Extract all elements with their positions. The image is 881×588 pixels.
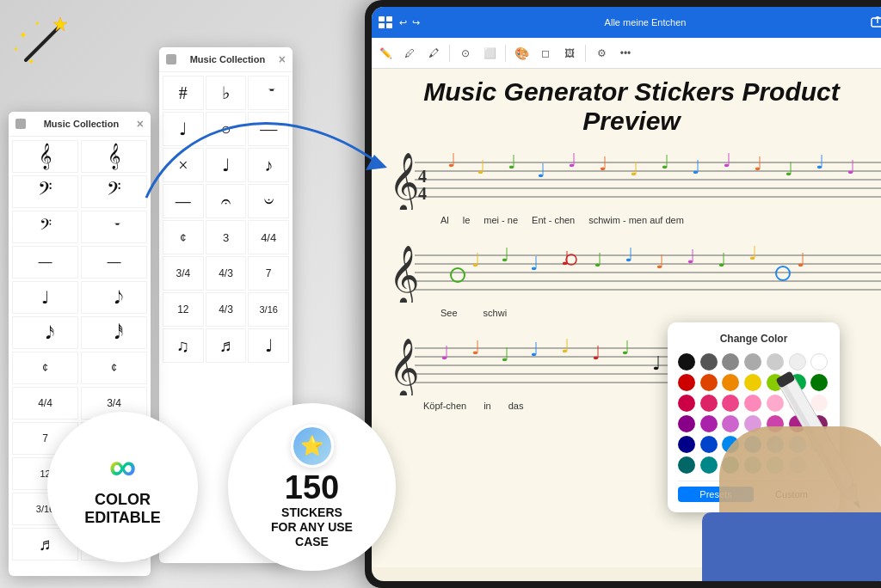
svg-point-39 <box>451 268 465 282</box>
sticker[interactable]: 4/3 <box>206 256 247 291</box>
lyric-word: das <box>508 401 524 411</box>
sticker[interactable]: 𝄻 <box>248 76 289 110</box>
svg-text:♩: ♩ <box>440 342 449 364</box>
staff-lines-2: 𝄞 ♩ ♩ ♩ ♩ ♩ ♩ ♩ ♩ ♩ ♩ ♩ <box>389 242 881 303</box>
lyric-word: le <box>463 215 471 225</box>
marker-tool[interactable]: 🖍 <box>425 45 442 62</box>
toolbar-divider-3 <box>585 45 586 62</box>
sticker[interactable]: 𝄐 <box>206 184 247 218</box>
pencil-tool[interactable]: ✏️ <box>377 45 394 62</box>
panel-back-header: Music Collection × <box>159 47 293 72</box>
lyrics-2: See schwi <box>389 308 874 318</box>
sticker[interactable]: 4/4 <box>248 220 289 254</box>
sticker[interactable]: 4/4 <box>12 387 78 420</box>
star-icon: ⭐ <box>300 435 323 457</box>
svg-text:♩: ♩ <box>723 150 731 171</box>
svg-text:♩: ♩ <box>785 158 793 180</box>
sticker[interactable]: 𝄢 <box>12 175 78 208</box>
sticker[interactable]: — <box>248 112 289 146</box>
sticker[interactable]: ♫ <box>163 328 204 363</box>
sticker[interactable]: ○ <box>206 112 247 146</box>
sticker[interactable]: 𝄞 <box>12 140 78 173</box>
panel-front-icon <box>15 119 26 129</box>
lyric-word: in <box>484 401 491 411</box>
share-icon[interactable] <box>871 16 881 28</box>
sticker[interactable]: 𝄞 <box>81 140 147 173</box>
lasso-tool[interactable]: ⊙ <box>457 45 474 62</box>
sticker[interactable]: 4/3 <box>206 292 247 327</box>
panel-back-icon <box>166 54 176 64</box>
sticker[interactable]: ♪ <box>248 148 289 182</box>
svg-text:♩: ♩ <box>530 253 539 274</box>
svg-text:✦: ✦ <box>28 57 34 66</box>
sticker[interactable]: ♭ <box>206 76 247 110</box>
lyric-word: Köpf-chen <box>423 401 466 411</box>
topbar-right <box>871 16 881 28</box>
panel-back-grid: # ♭ 𝄻 ♩ ○ — × ♩ ♪ — 𝄐 𝄑 ¢ 3 4/4 3/4 4/3 … <box>159 72 293 366</box>
ipad-toolbar: ✏️ 🖊 🖍 ⊙ ⬜ 🎨 ◻ 🖼 ⚙ ••• <box>372 38 881 69</box>
sticker[interactable]: 7 <box>248 256 289 291</box>
panel-back-close[interactable]: × <box>279 52 286 66</box>
svg-text:✦: ✦ <box>19 29 28 41</box>
svg-text:♩: ♩ <box>537 160 545 181</box>
sticker[interactable]: × <box>163 148 204 182</box>
sticker[interactable]: ♬ <box>206 328 247 363</box>
svg-text:♩: ♩ <box>594 249 602 271</box>
svg-text:♩: ♩ <box>561 248 570 269</box>
svg-text:♩: ♩ <box>471 249 480 271</box>
sticker[interactable]: 𝅘𝅥𝅮 <box>81 281 147 314</box>
color-editable-badge: ∞ COLOREDITABLE <box>47 412 198 562</box>
music-title: Music Generator Stickers Product Preview <box>389 77 874 136</box>
sticker[interactable]: 3 <box>206 220 247 254</box>
sticker[interactable]: 𝅘𝅥𝅯 <box>12 316 78 349</box>
sticker[interactable]: 𝄢 <box>12 211 78 243</box>
svg-text:♩: ♩ <box>847 156 855 178</box>
sticker[interactable]: — <box>12 246 78 279</box>
sticker[interactable]: # <box>163 76 204 110</box>
eraser-tool[interactable]: ⬜ <box>481 45 498 62</box>
redo-icon[interactable]: ↪ <box>412 17 420 28</box>
svg-text:♩: ♩ <box>749 242 757 264</box>
sticker[interactable]: ¢ <box>81 352 147 384</box>
sticker[interactable]: — <box>81 246 147 279</box>
grid-icon <box>379 16 394 28</box>
sticker-count: 150 <box>285 471 339 504</box>
undo-icon[interactable]: ↩ <box>399 17 407 28</box>
photo-tool[interactable]: 🖼 <box>561 45 578 62</box>
panel-front-header: Music Collection × <box>9 112 151 137</box>
color-editable-label: COLOREDITABLE <box>84 491 161 526</box>
settings-tool[interactable]: ⚙ <box>593 45 610 62</box>
sticker[interactable]: 3/4 <box>163 256 204 291</box>
sticker[interactable]: 𝄢 <box>81 175 147 208</box>
sticker[interactable]: 3/16 <box>248 292 289 327</box>
sticker-badge: ⭐ 150 STICKERSFOR ANY USECASE <box>228 403 396 571</box>
sticker-label: STICKERSFOR ANY USECASE <box>271 505 353 548</box>
sticker[interactable]: ♩ <box>12 281 78 314</box>
svg-text:♩: ♩ <box>592 342 601 364</box>
sticker[interactable]: ♩ <box>248 328 289 363</box>
sticker[interactable]: 12 <box>163 292 204 327</box>
panel-front-close[interactable]: × <box>137 117 144 131</box>
sticker[interactable]: 𝅘𝅥𝅰 <box>81 316 147 349</box>
sticker[interactable]: ¢ <box>163 220 204 254</box>
svg-text:♩: ♩ <box>692 156 700 178</box>
color-wheel-tool[interactable]: 🎨 <box>513 45 530 62</box>
more-tool[interactable]: ••• <box>617 45 634 62</box>
sleeve <box>702 512 881 581</box>
sticker[interactable]: — <box>163 184 204 218</box>
pen-tool[interactable]: 🖊 <box>401 45 418 62</box>
svg-point-51 <box>776 266 790 280</box>
shapes-tool[interactable]: ◻ <box>537 45 554 62</box>
svg-rect-8 <box>379 23 385 28</box>
svg-text:♩: ♩ <box>477 156 485 178</box>
sticker[interactable]: ¢ <box>12 352 78 384</box>
sticker[interactable]: 𝄑 <box>248 184 289 218</box>
sticker[interactable]: ♩ <box>206 148 247 182</box>
svg-text:♩: ♩ <box>501 344 509 365</box>
svg-text:♩: ♩ <box>501 244 509 266</box>
panel-front-title: Music Collection <box>44 119 119 129</box>
sticker[interactable]: 𝄻 <box>81 211 147 243</box>
svg-text:♩: ♩ <box>797 249 805 271</box>
staff-2: 𝄞 ♩ ♩ ♩ ♩ ♩ ♩ ♩ ♩ ♩ ♩ ♩ <box>389 242 874 318</box>
sticker[interactable]: ♩ <box>163 112 204 146</box>
